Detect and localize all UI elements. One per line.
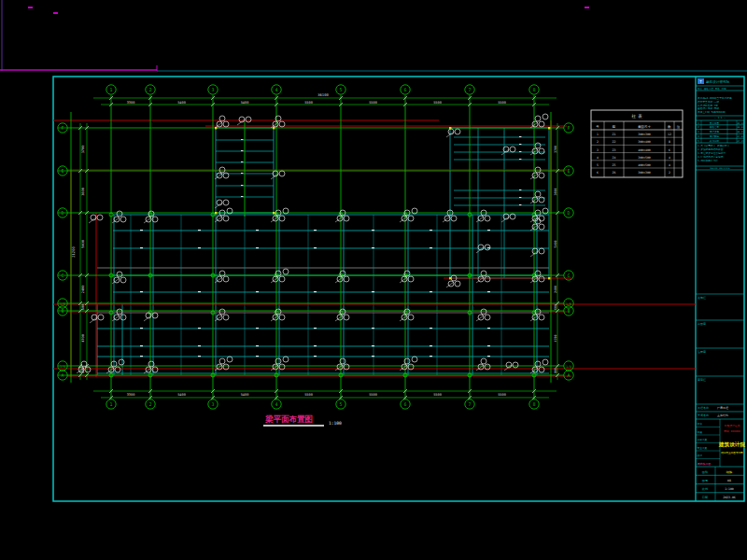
svg-text:Z4: Z4	[613, 156, 616, 160]
svg-text:36100: 36100	[317, 92, 329, 97]
axis-bubble: 4	[272, 399, 281, 409]
axis-bubble: 1/B	[564, 299, 573, 308]
svg-text:E: E	[567, 168, 570, 174]
axis-bubble: 1	[106, 85, 116, 94]
svg-text:8: 8	[532, 87, 535, 92]
tag-cluster	[106, 359, 124, 373]
svg-text:08: 08	[727, 479, 731, 483]
svg-text:7: 7	[468, 87, 471, 92]
svg-text:2: 2	[148, 401, 151, 407]
svg-text:号: 号	[596, 125, 599, 129]
svg-text:21200: 21200	[71, 246, 76, 258]
svg-text:5400: 5400	[241, 101, 249, 105]
tag-cluster	[530, 248, 544, 257]
svg-text:版次 修改内容 签名 日期: 版次 修改内容 签名 日期	[698, 87, 726, 91]
svg-text:2400: 2400	[81, 286, 85, 294]
svg-text:5500: 5500	[304, 101, 313, 105]
svg-text:4: 4	[275, 87, 277, 92]
svg-text:建筑设计研究院: 建筑设计研究院	[705, 79, 730, 84]
svg-text:5500: 5500	[304, 393, 313, 397]
svg-text:3: 3	[211, 401, 214, 407]
svg-text:调整梁高: 调整梁高	[710, 130, 720, 133]
axis-bubble: 8	[529, 399, 539, 409]
svg-text:注册章: 注册章	[698, 350, 706, 354]
svg-text:Z1: Z1	[613, 133, 616, 136]
svg-text:D: D	[567, 210, 570, 216]
svg-text:柱 表: 柱 表	[631, 114, 642, 119]
svg-text:C: C	[61, 273, 63, 278]
svg-text:7: 7	[468, 401, 471, 407]
svg-text:12: 12	[668, 133, 671, 136]
svg-text:日期: 日期	[702, 496, 708, 499]
svg-text:300×300: 300×300	[638, 133, 651, 136]
svg-text:6: 6	[403, 401, 406, 407]
svg-text:5500: 5500	[369, 101, 377, 105]
tag-cluster	[271, 171, 285, 179]
tag-cluster	[271, 269, 289, 283]
top-margin-lines	[0, 0, 747, 71]
drawing-title-text: 梁平面布置图	[265, 414, 313, 424]
svg-text:1/B: 1/B	[566, 302, 571, 306]
tag-cluster	[400, 208, 417, 222]
svg-text:Z5: Z5	[613, 163, 616, 167]
axis-bubble: C	[564, 271, 573, 280]
tag-cluster	[446, 129, 460, 137]
svg-text:1: 1	[109, 401, 112, 407]
svg-text:3700: 3700	[81, 146, 85, 154]
svg-text:5: 5	[339, 87, 342, 92]
svg-text:比例: 比例	[702, 487, 708, 491]
svg-text:1: 1	[109, 87, 112, 92]
svg-text:300×300: 300×300	[638, 171, 651, 175]
svg-text:1: 1	[698, 122, 699, 125]
schedule-table: 柱 表号型截面尺寸数注1Z1300×300122Z2300×40083Z3400…	[591, 110, 683, 177]
svg-text:06.03: 06.03	[737, 126, 744, 129]
tag-cluster	[215, 167, 229, 179]
svg-text:4: 4	[597, 156, 599, 160]
svg-text:2: 2	[148, 87, 151, 92]
svg-text:项目负责: 项目负责	[698, 438, 708, 441]
axis-bubble: 7	[465, 85, 474, 94]
svg-text:1/A: 1/A	[566, 365, 571, 369]
svg-text:3700: 3700	[554, 146, 557, 153]
svg-text:3300: 3300	[127, 101, 135, 105]
svg-text:4700: 4700	[81, 334, 85, 343]
svg-text:Z3: Z3	[613, 148, 616, 152]
tag-cluster	[530, 191, 544, 203]
tag-cluster	[144, 361, 158, 373]
svg-text:5500: 5500	[433, 101, 442, 105]
svg-text:B: B	[61, 308, 63, 314]
tag-cluster	[215, 271, 229, 283]
svg-text:F: F	[567, 125, 570, 131]
svg-text:5400: 5400	[241, 393, 249, 397]
svg-text:4: 4	[669, 163, 670, 167]
svg-text:E: E	[61, 168, 63, 174]
tag-cluster	[530, 167, 544, 179]
svg-text:A: A	[61, 372, 63, 378]
svg-text:C: C	[567, 273, 570, 278]
svg-text:A: A	[567, 372, 570, 378]
svg-text:5500: 5500	[369, 393, 377, 397]
svg-text:5400: 5400	[554, 240, 557, 247]
svg-text:子项名称: 子项名称	[698, 413, 709, 417]
svg-text:2: 2	[597, 140, 599, 144]
svg-text:结构施工图: 结构施工图	[698, 462, 711, 466]
svg-text:注: 注	[677, 125, 681, 129]
tag-cluster	[530, 359, 548, 373]
tag-cluster	[215, 208, 233, 222]
svg-text:DESIGN INSTITUTE: DESIGN INSTITUTE	[710, 167, 730, 170]
svg-text:5400: 5400	[81, 240, 85, 248]
svg-text:型: 型	[613, 124, 616, 129]
svg-text:截面尺寸: 截面尺寸	[638, 125, 651, 129]
svg-text:400×500: 400×500	[638, 163, 651, 167]
svg-text:Z2: Z2	[613, 140, 616, 144]
svg-text:2023.06: 2023.06	[723, 496, 736, 499]
beam-layer	[97, 128, 549, 375]
cad-canvas[interactable]: 3300540054005500550055005500361003300540…	[0, 0, 747, 560]
axis-bubble: 7	[465, 399, 474, 409]
svg-text:结施: 结施	[726, 470, 733, 474]
svg-text:1: 1	[597, 133, 599, 136]
tag-cluster	[446, 275, 460, 287]
svg-text:2400: 2400	[554, 286, 557, 293]
axis-bubbles: 1122334455667788FFEEDDCC1/B1/BBB1/A1/AAA	[58, 85, 573, 409]
svg-text:图号: 图号	[702, 479, 709, 483]
